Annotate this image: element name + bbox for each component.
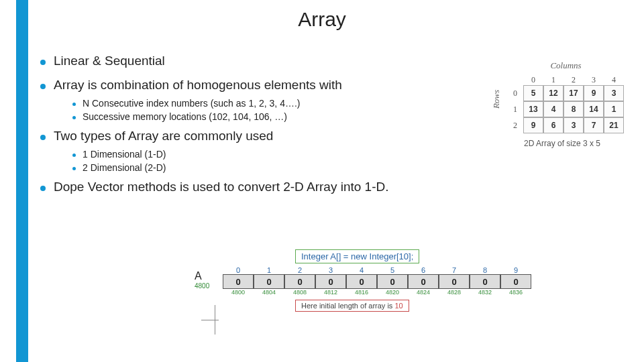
idx: 9 bbox=[500, 266, 531, 274]
addr: 4808 bbox=[284, 289, 315, 296]
idx: 8 bbox=[470, 266, 500, 274]
cell: 0 bbox=[315, 274, 346, 289]
cell: 4 bbox=[543, 101, 564, 117]
fig1d-base-addr: 4800 bbox=[195, 282, 223, 290]
bullet-4-text: Dope Vector methods is used to convert 2… bbox=[54, 180, 389, 194]
row-idx: 1 bbox=[507, 105, 523, 115]
bullet-2-subs: N Consecutive index numbers (such as 1, … bbox=[72, 98, 470, 122]
fig1d-code: Integer A[] = new Integer[10]; bbox=[295, 249, 419, 263]
bullet-3-sub-2: 2 Dimensional (2-D) bbox=[72, 162, 470, 173]
bullet-3-text: Two types of Array are commonly used bbox=[54, 129, 273, 143]
idx: 4 bbox=[346, 266, 377, 274]
cell: 12 bbox=[543, 85, 564, 101]
cell: 6 bbox=[543, 117, 564, 133]
cell: 21 bbox=[604, 117, 624, 133]
cell: 9 bbox=[584, 85, 604, 101]
fig2d-col-indices: 0 1 2 3 4 bbox=[523, 75, 636, 85]
accent-bar bbox=[16, 0, 28, 362]
bullet-dot bbox=[40, 84, 46, 89]
fig2d-row-1: 1 13 4 8 14 1 bbox=[507, 101, 636, 117]
bullet-3-sub-1-text: 1 Dimensional (1-D) bbox=[83, 149, 166, 160]
cell: 0 bbox=[284, 274, 315, 289]
cell: 0 bbox=[439, 274, 470, 289]
cell: 5 bbox=[523, 85, 543, 101]
figure-2d-array: Columns Rows 0 1 2 3 4 0 5 12 17 9 3 1 1… bbox=[488, 59, 636, 148]
pointer-line-icon bbox=[201, 305, 219, 336]
cell: 8 bbox=[564, 101, 584, 117]
bullet-content: Linear & Sequential Array is combination… bbox=[40, 54, 470, 200]
cell: 3 bbox=[604, 85, 624, 101]
fig2d-columns-label: Columns bbox=[507, 60, 625, 71]
idx: 2 bbox=[284, 266, 315, 274]
fig2d-caption: 2D Array of size 3 x 5 bbox=[488, 139, 636, 148]
bullet-dot bbox=[40, 186, 46, 191]
addr: 4816 bbox=[346, 289, 377, 296]
col-idx: 3 bbox=[584, 75, 604, 85]
len-text: Here initial length of array is bbox=[301, 302, 394, 310]
bullet-2-sub-2: Successive memory locations (102, 104, 1… bbox=[72, 111, 470, 122]
bullet-dot bbox=[40, 135, 46, 140]
addr: 4812 bbox=[315, 289, 346, 296]
row-idx: 0 bbox=[507, 88, 523, 99]
bullet-dot bbox=[72, 167, 76, 170]
row-idx: 2 bbox=[507, 121, 523, 131]
cell: 13 bbox=[523, 101, 543, 117]
bullet-dot bbox=[72, 103, 76, 106]
addr: 4820 bbox=[377, 289, 408, 296]
bullet-3-sub-2-text: 2 Dimensional (2-D) bbox=[83, 162, 166, 173]
cell: 1 bbox=[604, 101, 624, 117]
fig1d-addresses: 4800 4804 4808 4812 4816 4820 4824 4828 … bbox=[223, 289, 531, 296]
bullet-2-sub-2-text: Successive memory locations (102, 104, 1… bbox=[83, 111, 287, 122]
bullet-2-text: Array is combination of homogenous eleme… bbox=[54, 78, 342, 93]
len-value: 10 bbox=[394, 302, 402, 310]
cell: 0 bbox=[346, 274, 377, 289]
idx: 5 bbox=[377, 266, 408, 274]
fig2d-row-0: 0 5 12 17 9 3 bbox=[507, 85, 636, 101]
bullet-3-sub-1: 1 Dimensional (1-D) bbox=[72, 149, 470, 160]
idx: 1 bbox=[254, 266, 284, 274]
idx: 3 bbox=[315, 266, 346, 274]
bullet-dot bbox=[72, 154, 76, 157]
fig2d-rows-label: Rows bbox=[491, 90, 502, 109]
cell: 0 bbox=[254, 274, 284, 289]
cell: 7 bbox=[584, 117, 604, 133]
cell: 14 bbox=[584, 101, 604, 117]
bullet-4: Dope Vector methods is used to convert 2… bbox=[40, 180, 470, 194]
cell: 0 bbox=[500, 274, 531, 289]
bullet-3-subs: 1 Dimensional (1-D) 2 Dimensional (2-D) bbox=[72, 149, 470, 173]
fig1d-length-note: Here initial length of array is 10 bbox=[295, 300, 409, 312]
addr: 4800 bbox=[223, 289, 254, 296]
cell: 0 bbox=[470, 274, 500, 289]
col-idx: 4 bbox=[604, 75, 624, 85]
col-idx: 2 bbox=[564, 75, 584, 85]
addr: 4832 bbox=[470, 289, 500, 296]
fig2d-row-2: 2 9 6 3 7 21 bbox=[507, 117, 636, 133]
idx: 6 bbox=[408, 266, 439, 274]
idx: 0 bbox=[223, 266, 254, 274]
cell: 3 bbox=[564, 117, 584, 133]
fig1d-var-name: A bbox=[195, 270, 223, 282]
col-idx: 1 bbox=[543, 75, 564, 85]
bullet-dot bbox=[72, 116, 76, 119]
fig1d-values: 0 0 0 0 0 0 0 0 0 0 bbox=[223, 274, 531, 289]
cell: 17 bbox=[564, 85, 584, 101]
addr: 4828 bbox=[439, 289, 470, 296]
cell: 0 bbox=[377, 274, 408, 289]
bullet-3: Two types of Array are commonly used bbox=[40, 129, 470, 143]
addr: 4804 bbox=[254, 289, 284, 296]
bullet-dot bbox=[40, 60, 46, 65]
fig1d-indices: 0 1 2 3 4 5 6 7 8 9 bbox=[223, 266, 531, 274]
cell: 0 bbox=[223, 274, 254, 289]
idx: 7 bbox=[439, 266, 470, 274]
cell: 0 bbox=[408, 274, 439, 289]
cell: 9 bbox=[523, 117, 543, 133]
slide-title: Array bbox=[0, 8, 644, 31]
bullet-2-sub-1: N Consecutive index numbers (such as 1, … bbox=[72, 98, 470, 109]
bullet-1: Linear & Sequential bbox=[40, 54, 470, 68]
addr: 4836 bbox=[500, 289, 531, 296]
bullet-2-sub-1-text: N Consecutive index numbers (such as 1, … bbox=[83, 98, 300, 109]
addr: 4824 bbox=[408, 289, 439, 296]
bullet-1-text: Linear & Sequential bbox=[54, 54, 165, 68]
bullet-2: Array is combination of homogenous eleme… bbox=[40, 78, 470, 93]
col-idx: 0 bbox=[523, 75, 543, 85]
